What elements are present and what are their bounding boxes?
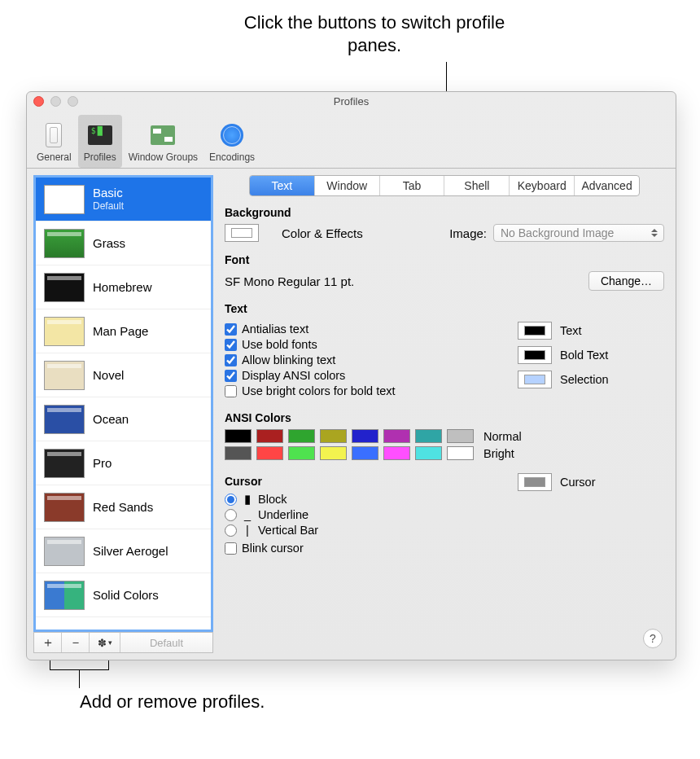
tab-text[interactable]: Text — [250, 176, 315, 195]
cursor-radio[interactable] — [225, 509, 237, 521]
text-colorwell[interactable] — [518, 322, 552, 340]
text-opt-checkbox[interactable] — [225, 323, 237, 336]
toolbar-window-groups[interactable]: Window Groups — [124, 115, 203, 168]
text-colorwell[interactable] — [518, 371, 552, 388]
toolbar-profiles[interactable]: Profiles — [78, 115, 122, 168]
text-swatch-label: Bold Text — [560, 349, 608, 362]
cursor-radio[interactable] — [225, 524, 237, 537]
image-label: Image: — [449, 226, 487, 240]
text-section: Antialias text Use bold fonts Allow blin… — [225, 320, 664, 400]
profile-item-grass[interactable]: Grass — [36, 222, 211, 265]
tab-keyboard[interactable]: Keyboard — [510, 176, 575, 195]
text-opt-checkbox[interactable] — [225, 385, 237, 397]
remove-profile-button[interactable]: － — [62, 633, 90, 652]
ansi-colorwell[interactable] — [320, 429, 347, 443]
text-colorwell[interactable] — [518, 346, 552, 364]
text-opt-label: Use bright colors for bold text — [242, 384, 396, 397]
ansi-colorwell[interactable] — [225, 429, 252, 443]
window-groups-icon — [148, 122, 177, 148]
text-opt-checkbox[interactable] — [225, 370, 237, 382]
tab-window[interactable]: Window — [315, 176, 380, 195]
toolbar-window-groups-label: Window Groups — [129, 151, 198, 163]
blink-cursor-checkbox[interactable] — [225, 542, 237, 555]
traffic-lights — [33, 96, 78, 107]
encodings-icon — [217, 122, 247, 148]
profile-thumb — [44, 537, 85, 566]
zoom-icon[interactable] — [68, 96, 78, 107]
text-chip — [524, 350, 545, 360]
background-image-select[interactable]: No Background Image — [493, 224, 664, 242]
profile-item-homebrew[interactable]: Homebrew — [36, 265, 211, 309]
ansi-colorwell[interactable] — [383, 446, 410, 460]
ansi-colorwell[interactable] — [320, 446, 347, 460]
toolbar-encodings-label: Encodings — [209, 151, 255, 163]
profile-thumb — [44, 229, 85, 258]
profile-name: Red Sands — [93, 500, 153, 515]
tab-tab[interactable]: Tab — [380, 176, 445, 195]
sidebar: Basic Default Grass Homebrew Man Page No… — [33, 175, 213, 653]
text-opt-row: Use bright colors for bold text — [225, 384, 518, 397]
profile-thumb — [44, 449, 85, 478]
text-opt-checkbox[interactable] — [225, 339, 237, 351]
profile-tabbar: TextWindowTabShellKeyboardAdvanced — [249, 175, 640, 196]
cursor-opt-row: ▮ Block — [225, 493, 518, 506]
ansi-colorwell[interactable] — [415, 429, 442, 443]
profile-text: Red Sands — [93, 500, 153, 515]
text-opt-checkbox[interactable] — [225, 354, 237, 366]
profile-item-basic[interactable]: Basic Default — [36, 178, 211, 222]
profile-text: Basic Default — [93, 186, 124, 212]
set-default-button[interactable]: Default — [120, 633, 212, 652]
ansi-colorwell[interactable] — [415, 446, 442, 460]
change-font-button[interactable]: Change… — [588, 271, 664, 291]
general-icon — [39, 122, 68, 148]
profile-item-pro[interactable]: Pro — [36, 441, 211, 485]
profile-item-silver-aerogel[interactable]: Silver Aerogel — [36, 529, 211, 573]
toolbar-general[interactable]: General — [32, 115, 77, 168]
cursor-options: ▮ Block _ Underline | Vertical Bar — [225, 493, 518, 537]
chevron-down-icon: ▾ — [108, 638, 112, 647]
cursor-radio[interactable] — [225, 494, 237, 506]
ansi-colorwell[interactable] — [256, 429, 283, 443]
help-button[interactable]: ? — [643, 629, 663, 648]
profile-sub: Default — [93, 200, 124, 212]
cursor-colorwell[interactable] — [518, 473, 552, 491]
add-profile-button[interactable]: ＋ — [34, 633, 62, 652]
tab-advanced[interactable]: Advanced — [575, 176, 639, 195]
ansi-colorwell[interactable] — [288, 446, 315, 460]
profile-name: Pro — [93, 456, 112, 471]
profile-text: Pro — [93, 456, 112, 471]
toolbar-encodings[interactable]: Encodings — [204, 115, 260, 168]
callout-bottom-text: Add or remove profiles. — [80, 691, 265, 712]
ansi-colorwell[interactable] — [352, 429, 378, 443]
close-icon[interactable] — [33, 96, 44, 107]
profile-text: Ocean — [93, 412, 129, 427]
profile-text: Man Page — [93, 324, 148, 339]
ansi-colorwell[interactable] — [352, 446, 378, 460]
profile-item-red-sands[interactable]: Red Sands — [36, 485, 211, 529]
cursor-glyph: | — [242, 524, 253, 537]
profile-item-solid-colors[interactable]: Solid Colors — [36, 573, 211, 617]
profile-actions-menu[interactable]: ✽▾ — [90, 633, 120, 652]
tab-shell[interactable]: Shell — [444, 176, 510, 195]
text-opt-label: Allow blinking text — [242, 353, 335, 366]
ansi-colorwell[interactable] — [256, 446, 283, 460]
profile-item-ocean[interactable]: Ocean — [36, 397, 211, 441]
background-colorwell[interactable] — [225, 224, 259, 242]
cursor-opt-label: Underline — [258, 508, 308, 521]
text-opt-row: Antialias text — [225, 322, 518, 336]
profile-name: Solid Colors — [93, 588, 159, 603]
ansi-colorwell[interactable] — [225, 446, 252, 460]
ansi-colorwell[interactable] — [447, 446, 474, 460]
color-effects-label: Color & Effects — [282, 226, 363, 240]
ansi-colorwell[interactable] — [288, 429, 315, 443]
profile-text: Homebrew — [93, 280, 152, 295]
profile-item-man-page[interactable]: Man Page — [36, 309, 211, 353]
minimize-icon[interactable] — [50, 96, 61, 107]
ansi-colorwell[interactable] — [447, 429, 474, 443]
profile-item-novel[interactable]: Novel — [36, 353, 211, 397]
profile-text: Solid Colors — [93, 588, 159, 603]
ansi-colorwell[interactable] — [383, 429, 410, 443]
text-opt-row: Display ANSI colors — [225, 369, 518, 382]
profiles-icon — [85, 122, 115, 148]
cursor-glyph: _ — [242, 508, 253, 521]
